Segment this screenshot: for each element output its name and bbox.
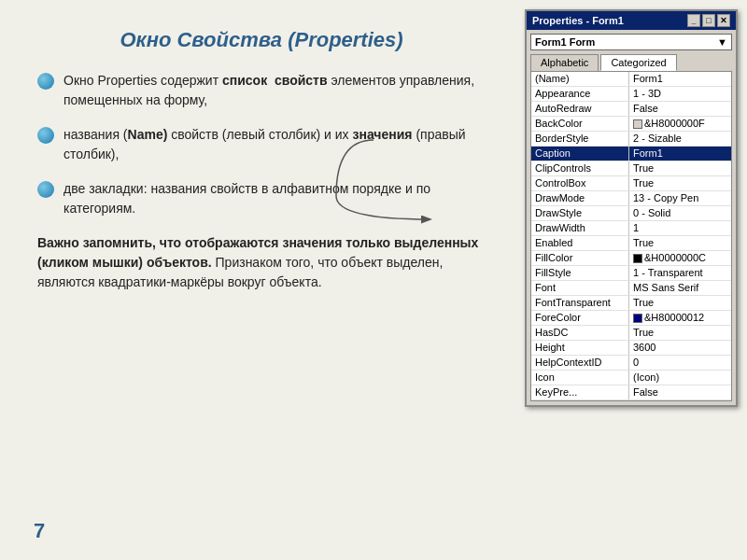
prop-value: 0 [629,356,731,370]
minimize-button[interactable]: _ [687,14,700,27]
close-button[interactable]: ✕ [717,14,730,27]
tabs-container: Alphabetic Categorized [530,54,732,71]
prop-value: 1 - 3D [629,87,731,101]
properties-titlebar: Properties - Form1 _ □ ✕ [527,11,736,30]
prop-name: AutoRedraw [531,102,629,116]
prop-name: Appearance [531,87,629,101]
prop-value: MS Sans Serif [629,281,731,295]
prop-value: 1 [629,221,731,235]
table-row[interactable]: ControlBoxTrue [531,176,731,191]
prop-name: HelpContextID [531,356,629,370]
prop-value: Form1 [629,147,731,161]
table-row[interactable]: DrawWidth1 [531,221,731,236]
prop-name: FillColor [531,251,629,265]
object-name: Form1 Form [535,36,595,48]
table-row[interactable]: FillColor&H0000000C [531,251,731,266]
page-title: Окно Свойства (Properties) [37,28,486,52]
bullet-item-1: Окно Properties содержит список свойств … [37,71,486,110]
table-row[interactable]: BackColor&H8000000F [531,117,731,132]
bullet-icon-1 [37,73,54,90]
table-row[interactable]: HasDCTrue [531,326,731,341]
prop-value: 2 - Sizable [629,132,731,146]
prop-name: BorderStyle [531,132,629,146]
bullet-item-3: две закладки: названия свойств в алфавит… [37,179,486,218]
table-row[interactable]: DrawMode13 - Copy Pen [531,191,731,206]
table-row[interactable]: BorderStyle2 - Sizable [531,132,731,147]
prop-value: &H8000000F [629,117,731,131]
prop-value: 1 - Transparent [629,266,731,280]
table-row[interactable]: FontTransparentTrue [531,296,731,311]
titlebar-buttons: _ □ ✕ [687,14,730,27]
prop-name: Font [531,281,629,295]
prop-value: True [629,296,731,310]
title-italic: Свойства (Properties) [176,28,402,51]
bullet-icon-3 [37,181,54,198]
table-row[interactable]: Height3600 [531,341,731,356]
table-row[interactable]: ForeColor&H80000012 [531,311,731,326]
table-row[interactable]: Icon(Icon) [531,371,731,385]
prop-name: ClipControls [531,161,629,175]
prop-value: True [629,236,731,250]
table-row[interactable]: EnabledTrue [531,236,731,251]
title-normal: Окно [120,28,176,51]
prop-value: True [629,326,731,340]
table-row[interactable]: DrawStyle0 - Solid [531,206,731,221]
bullet-item-2: названия (Name) свойств (левый столбик) … [37,125,486,164]
prop-name: KeyPre... [531,385,629,399]
color-swatch-icon [633,254,642,263]
bullet-text-2: названия (Name) свойств (левый столбик) … [63,125,486,164]
prop-value: 13 - Copy Pen [629,191,731,205]
prop-value: False [629,102,731,116]
prop-name: ControlBox [531,176,629,190]
prop-value: True [629,176,731,190]
prop-value: Form1 [629,72,731,86]
important-block: Важно запомнить, что отображаются значен… [37,233,486,292]
page-number: 7 [34,519,45,543]
prop-name: DrawMode [531,191,629,205]
prop-name: BackColor [531,117,629,131]
prop-value: (Icon) [629,371,731,385]
important-bold: Важно запомнить, что отображаются значен… [37,235,478,270]
maximize-button[interactable]: □ [702,14,715,27]
properties-table: (Name)Form1Appearance1 - 3DAutoRedrawFal… [530,71,732,401]
table-row[interactable]: Appearance1 - 3D [531,87,731,102]
color-swatch-icon [633,119,642,129]
prop-name: FillStyle [531,266,629,280]
properties-title: Properties - Form1 [532,15,624,26]
prop-name: DrawWidth [531,221,629,235]
prop-value: True [629,161,731,175]
prop-value: &H0000000C [629,251,731,265]
prop-value: &H80000012 [629,311,731,325]
prop-value: False [629,385,731,399]
tab-alphabetic[interactable]: Alphabetic [530,54,599,71]
table-row[interactable]: CaptionForm1 [531,147,731,161]
prop-name: DrawStyle [531,206,629,220]
prop-name: ForeColor [531,311,629,325]
table-row[interactable]: HelpContextID0 [531,356,731,371]
table-row[interactable]: AutoRedrawFalse [531,102,731,117]
prop-value: 0 - Solid [629,206,731,220]
table-row[interactable]: (Name)Form1 [531,72,731,87]
tab-categorized[interactable]: Categorized [600,54,676,71]
prop-name: FontTransparent [531,296,629,310]
table-row[interactable]: FillStyle1 - Transparent [531,266,731,281]
prop-name: Enabled [531,236,629,250]
content-area: Окно Свойства (Properties) Окно Properti… [0,0,523,560]
prop-name: (Name) [531,72,629,86]
color-swatch-icon [633,314,642,323]
table-row[interactable]: FontMS Sans Serif [531,281,731,296]
bold-text-1: список свойств [222,73,328,88]
bullet-text-1: Окно Properties содержит список свойств … [63,71,486,110]
table-row[interactable]: ClipControlsTrue [531,161,731,176]
bullet-icon-2 [37,127,54,144]
prop-name: Caption [531,147,629,161]
table-row[interactable]: KeyPre...False [531,385,731,400]
prop-value: 3600 [629,341,731,355]
dropdown-arrow-icon: ▼ [717,36,727,48]
bold-name: Name) [128,127,168,142]
bold-values: значения [353,127,413,142]
prop-name: Height [531,341,629,355]
object-selector[interactable]: Form1 Form ▼ [530,34,732,50]
properties-window: Properties - Form1 _ □ ✕ Form1 Form ▼ Al… [525,9,738,407]
prop-name: HasDC [531,326,629,340]
